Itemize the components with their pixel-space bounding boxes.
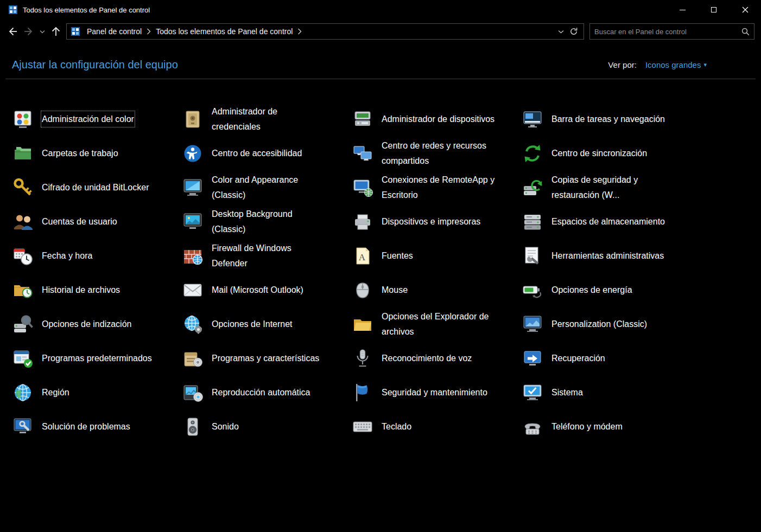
titlebar: Todos los elementos de Panel de control	[0, 0, 761, 20]
breadcrumb-segment[interactable]: Todos los elementos de Panel de control	[152, 25, 296, 38]
control-panel-item[interactable]: Opciones del Explorador de archivos	[352, 307, 522, 341]
item-label: Barra de tareas y navegación	[551, 112, 665, 126]
date-time-icon	[12, 245, 34, 267]
close-icon	[742, 7, 749, 13]
view-by-control: Ver por: Iconos grandes ▾	[608, 60, 707, 69]
control-panel-item[interactable]: Recuperación	[522, 341, 692, 375]
control-panel-item[interactable]: Región	[12, 375, 182, 409]
address-dropdown-button[interactable]	[558, 30, 564, 34]
storage-spaces-icon	[522, 211, 543, 233]
file-explorer-options-icon	[352, 313, 373, 335]
control-panel-item[interactable]: Carpetas de trabajo	[12, 136, 182, 170]
close-button[interactable]	[730, 0, 761, 20]
refresh-button[interactable]	[569, 27, 578, 36]
control-panel-item[interactable]: Barra de tareas y navegación	[522, 102, 692, 136]
work-folders-icon	[12, 143, 34, 164]
control-panel-item[interactable]: AFuentes	[352, 239, 522, 273]
address-bar-tools	[558, 27, 580, 36]
sound-icon	[182, 416, 204, 438]
minimize-button[interactable]	[667, 0, 698, 20]
control-panel-item[interactable]: Copias de seguridad y restauración (W...	[522, 170, 692, 204]
up-button[interactable]	[48, 23, 64, 40]
control-panel-item[interactable]: Centro de accesibilidad	[182, 136, 352, 170]
taskbar-navigation-icon	[522, 108, 543, 130]
control-panel-item[interactable]: Firewall de Windows Defender	[182, 239, 352, 273]
breadcrumb-segment[interactable]: Panel de control	[83, 25, 145, 38]
devices-printers-icon	[352, 211, 373, 233]
maximize-button[interactable]	[698, 0, 730, 20]
credential-manager-icon	[182, 108, 204, 130]
search-input[interactable]	[594, 28, 741, 36]
control-panel-item[interactable]: Reconocimiento de voz	[352, 341, 522, 375]
item-label: Sistema	[551, 385, 583, 400]
control-panel-item[interactable]: Mouse	[352, 273, 522, 307]
caret-down-icon: ▾	[703, 61, 707, 68]
control-panel-item[interactable]: Dispositivos e impresoras	[352, 204, 522, 239]
control-panel-item[interactable]: Desktop Background (Classic)	[182, 204, 352, 239]
control-panel-item[interactable]: Cuentas de usuario	[12, 204, 182, 239]
control-panel-item[interactable]: Reproducción automática	[182, 375, 352, 409]
item-label: Mail (Microsoft Outlook)	[212, 283, 303, 297]
back-button[interactable]	[4, 23, 21, 40]
control-panel-item[interactable]: Mail (Microsoft Outlook)	[182, 273, 352, 307]
item-label: Personalization (Classic)	[551, 317, 647, 331]
control-panel-item[interactable]: Personalization (Classic)	[522, 307, 692, 341]
control-panel-item[interactable]: Sistema	[522, 375, 692, 409]
maximize-icon	[711, 7, 716, 12]
view-by-dropdown[interactable]: Iconos grandes ▾	[645, 60, 707, 69]
control-panel-item[interactable]: Administrador de credenciales	[182, 102, 352, 136]
control-panel-item[interactable]: Cifrado de unidad BitLocker	[12, 170, 182, 204]
control-panel-item[interactable]: Opciones de energía	[522, 273, 692, 307]
view-by-value: Iconos grandes	[645, 60, 701, 69]
control-panel-item[interactable]: Espacios de almacenamiento	[522, 204, 692, 239]
default-programs-icon	[12, 348, 34, 369]
navigation-bar: Panel de controlTodos los elementos de P…	[0, 20, 761, 43]
control-panel-item[interactable]: Opciones de Internet	[182, 307, 352, 341]
forward-button[interactable]	[21, 23, 37, 40]
control-panel-item[interactable]: Solución de problemas	[12, 409, 182, 444]
recovery-icon	[522, 348, 543, 369]
item-label: Programas y características	[212, 351, 319, 366]
control-panel-item[interactable]: Herramientas administrativas	[522, 239, 692, 273]
address-location-icon	[71, 27, 80, 36]
troubleshooting-icon	[12, 416, 34, 438]
control-panel-item[interactable]: Teclado	[352, 409, 522, 444]
item-label: Cuentas de usuario	[42, 214, 117, 229]
control-panel-item[interactable]: Seguridad y mantenimiento	[352, 375, 522, 409]
control-panel-item[interactable]: Sonido	[182, 409, 352, 444]
item-label: Cifrado de unidad BitLocker	[42, 180, 149, 195]
address-bar[interactable]: Panel de controlTodos los elementos de P…	[66, 23, 584, 40]
control-panel-item[interactable]: Administración del color	[12, 102, 182, 136]
control-panel-item[interactable]: Historial de archivos	[12, 273, 182, 307]
control-panel-item[interactable]: Administrador de dispositivos	[352, 102, 522, 136]
search-icon[interactable]	[741, 28, 750, 36]
recent-pages-button[interactable]	[37, 23, 48, 40]
item-label: Programas predeterminados	[42, 351, 152, 366]
control-panel-item[interactable]: Fecha y hora	[12, 239, 182, 273]
control-panel-item[interactable]: Color and Appearance (Classic)	[182, 170, 352, 204]
item-label: Administrador de credenciales	[212, 104, 328, 133]
control-panel-item[interactable]: Programas y características	[182, 341, 352, 375]
item-label: Reconocimiento de voz	[382, 351, 472, 366]
fonts-icon: A	[352, 245, 373, 267]
breadcrumb-chevron-icon[interactable]	[145, 28, 152, 35]
internet-options-icon	[182, 313, 204, 335]
control-panel-item[interactable]: Conexiones de RemoteApp y Escritorio	[352, 170, 522, 204]
breadcrumb-chevron-icon[interactable]	[296, 28, 303, 35]
mouse-icon	[352, 279, 373, 301]
control-panel-item[interactable]: Teléfono y módem	[522, 409, 692, 444]
item-label: Espacios de almacenamiento	[551, 214, 665, 229]
item-label: Solución de problemas	[42, 419, 130, 434]
bitlocker-icon	[12, 177, 34, 198]
control-panel-item[interactable]: Centro de redes y recursos compartidos	[352, 136, 522, 170]
color-appearance-icon	[182, 177, 204, 198]
item-label: Centro de redes y recursos compartidos	[382, 138, 498, 168]
control-panel-item[interactable]: Programas predeterminados	[12, 341, 182, 375]
item-label: Región	[42, 385, 69, 400]
view-by-label: Ver por:	[608, 60, 637, 69]
control-panel-item[interactable]: Opciones de indización	[12, 307, 182, 341]
control-panel-item[interactable]: Centro de sincronización	[522, 136, 692, 170]
remoteapp-icon	[352, 177, 373, 198]
speech-recognition-icon	[352, 348, 373, 369]
control-panel-app-icon	[9, 5, 17, 14]
